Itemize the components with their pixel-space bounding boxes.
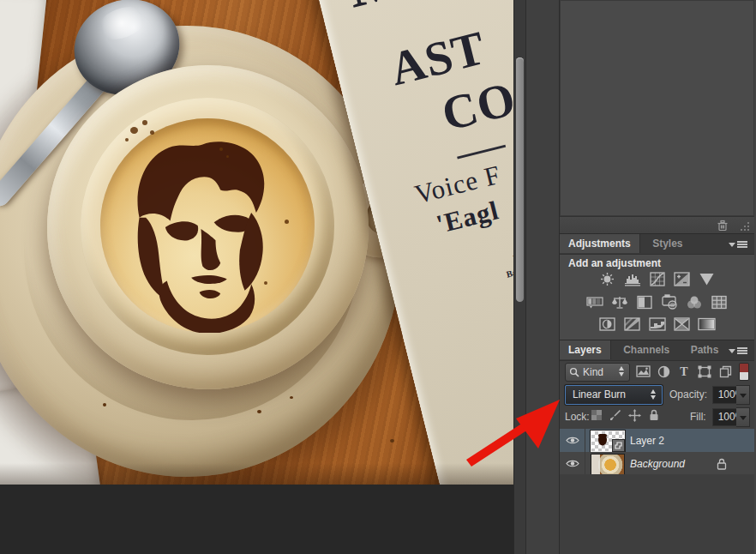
vibrance-icon[interactable] <box>698 271 717 286</box>
channel-mixer-icon[interactable] <box>685 294 704 310</box>
layer-badge-icon <box>612 439 625 452</box>
layer-row-layer2[interactable]: Layer 2 <box>560 429 754 453</box>
photoshop-window: ME AST CO Voice F 'Eagl EAGLE ( Base her… <box>0 0 756 554</box>
dock-gap <box>525 0 560 554</box>
tab-adjustments[interactable]: Adjustments <box>560 234 640 253</box>
coffee-speck <box>257 410 261 413</box>
layer-row-background[interactable]: Background <box>560 452 754 476</box>
foam-bubble <box>285 220 289 224</box>
blend-mode-dropdown[interactable]: Linear Burn <box>565 385 663 405</box>
top-panel-bottom-bar <box>560 216 754 234</box>
foam-bubble <box>219 148 223 151</box>
invert-icon[interactable] <box>598 316 617 332</box>
layer-filter-icons: T <box>635 364 733 379</box>
brightness-contrast-icon[interactable] <box>598 271 617 286</box>
layer-filter-row: Kind T <box>560 360 754 382</box>
shape-layer-filter-icon[interactable] <box>697 364 712 379</box>
panel-dock: Adjustments Styles Add an adjustment <box>559 0 756 554</box>
lock-row: Lock: Fill: 100% <box>560 406 754 429</box>
pixel-layer-filter-icon[interactable] <box>635 364 651 379</box>
levels-icon[interactable] <box>623 271 642 286</box>
type-layer-filter-icon[interactable]: T <box>676 364 692 379</box>
adjustments-panel: Adjustments Styles Add an adjustment <box>560 233 754 340</box>
blend-mode-row: Linear Burn Opacity: 100% <box>560 382 754 406</box>
blend-mode-value: Linear Burn <box>573 388 626 400</box>
foam-bubble <box>142 120 147 125</box>
selective-color-icon[interactable] <box>673 316 692 332</box>
layer2-thumbnail-art <box>596 433 609 449</box>
visibility-eye-icon[interactable] <box>560 452 585 475</box>
foam-bubble <box>125 138 129 142</box>
lock-image-pixels-brush-icon[interactable] <box>609 409 621 421</box>
layer-name[interactable]: Background <box>630 458 685 470</box>
fill-label: Fill: <box>690 411 706 423</box>
dropdown-updown-icon <box>619 366 625 376</box>
threshold-icon[interactable] <box>648 316 667 332</box>
document-canvas-area[interactable]: ME AST CO Voice F 'Eagl EAGLE ( Base her… <box>0 0 525 554</box>
exposure-icon[interactable] <box>673 271 692 286</box>
lock-buttons <box>591 409 659 422</box>
photo-bottom-shadow <box>0 463 514 485</box>
lock-position-move-icon[interactable] <box>628 409 641 422</box>
visibility-eye-icon[interactable] <box>560 429 585 452</box>
hue-saturation-icon[interactable] <box>585 294 604 310</box>
newspaper-headline: CO <box>438 76 514 137</box>
layer-name[interactable]: Layer 2 <box>630 435 664 447</box>
adjustment-icons-row-1 <box>568 271 746 286</box>
tab-paths[interactable]: Paths <box>682 340 728 359</box>
scrollbar-thumb[interactable] <box>516 57 524 302</box>
filter-toggle-switch[interactable] <box>739 363 749 381</box>
opacity-dropdown-arrow[interactable] <box>736 385 750 405</box>
smart-object-filter-icon[interactable] <box>717 364 733 379</box>
kind-filter-dropdown[interactable]: Kind <box>565 363 630 382</box>
newspaper-body-text: EAGLE ( Base here. T HOUSTO ground. You … <box>447 244 514 404</box>
coffee-speck <box>103 403 106 406</box>
newspaper-subhead: 'Eagl <box>434 198 501 238</box>
adjustment-layer-filter-icon[interactable] <box>656 364 671 379</box>
fill-dropdown-arrow[interactable] <box>736 407 750 427</box>
foam-bubble <box>150 130 154 135</box>
lincoln-latte-art <box>110 122 307 333</box>
adjustment-icons-row-2 <box>568 294 746 310</box>
panel-resize-grip[interactable] <box>741 222 750 232</box>
add-adjustment-heading: Add an adjustment <box>568 257 661 269</box>
svg-text:T: T <box>680 365 688 377</box>
foam-bubble <box>264 281 267 285</box>
adjustment-icons-row-3 <box>568 316 746 332</box>
foam-bubble <box>226 155 229 158</box>
tab-channels[interactable]: Channels <box>615 340 678 359</box>
layer-lock-icon <box>717 458 727 470</box>
top-panel-body <box>560 0 754 216</box>
layers-tabbar: Layers Channels Paths <box>560 340 754 361</box>
background-thumbnail[interactable] <box>591 454 625 475</box>
foam-bubble <box>130 127 138 134</box>
tab-styles[interactable]: Styles <box>644 234 691 253</box>
adjustments-tabbar: Adjustments Styles <box>560 233 754 255</box>
lock-all-padlock-icon[interactable] <box>648 409 659 421</box>
newspaper-rule <box>457 145 506 160</box>
kind-filter-label: Kind <box>583 366 603 378</box>
top-empty-panel <box>560 0 754 233</box>
gradient-map-icon[interactable] <box>698 316 717 332</box>
photo-document[interactable]: ME AST CO Voice F 'Eagl EAGLE ( Base her… <box>0 0 514 485</box>
posterize-icon[interactable] <box>623 316 642 332</box>
tab-layers[interactable]: Layers <box>560 340 611 359</box>
thumbnail-napkin-detail <box>591 455 600 474</box>
black-white-icon[interactable] <box>635 294 654 310</box>
coffee-speck <box>290 396 293 399</box>
trash-icon[interactable] <box>717 220 729 232</box>
panel-menu-icon[interactable] <box>729 346 747 355</box>
panel-menu-icon[interactable] <box>729 240 747 249</box>
color-balance-icon[interactable] <box>610 294 629 310</box>
layers-panel: Layers Channels Paths Kind <box>560 340 754 554</box>
color-lookup-icon[interactable] <box>710 294 729 310</box>
layer2-thumbnail[interactable] <box>591 431 625 452</box>
newspaper-headline: ME <box>341 0 447 15</box>
photo-filter-icon[interactable] <box>660 294 679 310</box>
search-icon <box>569 367 579 377</box>
lock-label: Lock: <box>565 411 590 423</box>
document-vertical-scrollbar[interactable] <box>513 0 525 554</box>
dropdown-updown-icon <box>651 389 657 400</box>
curves-icon[interactable] <box>648 271 667 286</box>
lock-transparent-pixels-icon[interactable] <box>591 409 603 421</box>
